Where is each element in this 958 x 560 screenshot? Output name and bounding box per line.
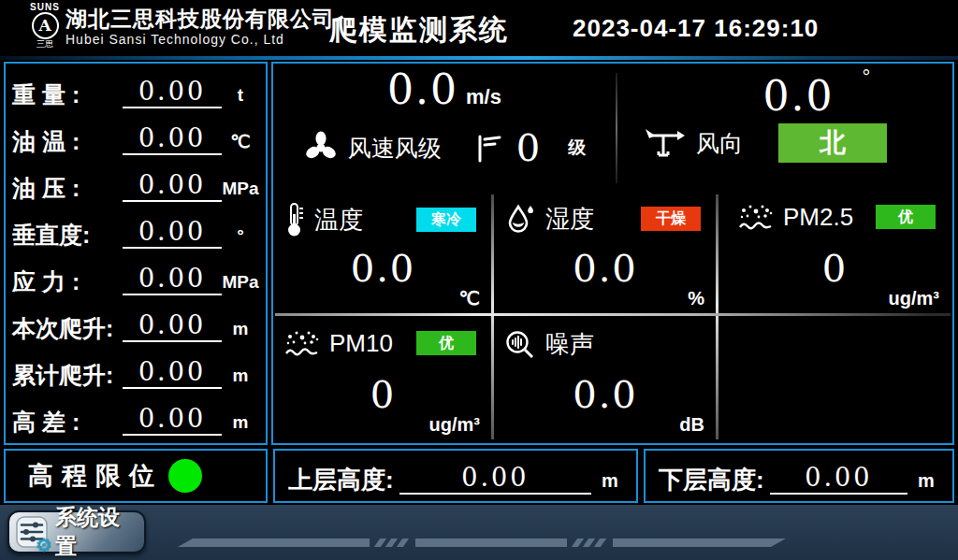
thermometer-icon [284,202,305,237]
row-unit: ° [222,223,259,249]
row-label: 高 差 : [12,408,123,436]
limit-status-indicator [168,459,202,493]
sensor-head: PM10 优 [284,328,484,358]
stress-value: 0.00 [123,264,222,295]
page-title: 爬模监测系统 [329,11,509,50]
elevation-limit-box: 高程限位 [4,449,268,503]
current-climb-value: 0.00 [123,310,222,342]
sensor-label: 温度 [314,204,363,237]
wind-speed-label: 风速风级 [348,133,442,164]
fan-icon [303,130,339,165]
sensor-cell-pm10: PM10 优 0 ug/m³ [273,315,493,441]
row-oil-pressure: 油 压 : 0.00 MPa [12,160,259,207]
environment-panel: 0.0m/s 风速风级 0 级 [271,62,954,445]
verticality-value: 0.00 [123,217,222,249]
company-name-cn: 湖北三思科技股份有限公司 [65,5,335,34]
row-unit: m [222,316,259,342]
sensor-label: PM2.5 [783,203,853,232]
wind-vane-icon [644,127,685,159]
sensor-grid: 温度 寒冷 0.0 ℃ 湿度 干燥 0.0 % [273,189,952,443]
grid-divider-vertical [491,194,494,439]
status-badge: 干燥 [641,207,701,231]
wind-direction-unit: ° [863,65,871,89]
sensor-label: 噪声 [545,328,594,361]
upper-height-field[interactable]: 0.00 [399,463,591,495]
gear-icon: ⚙ [36,536,52,554]
sensor-cell-pm25: PM2.5 优 0 ug/m³ [718,189,952,315]
weight-value: 0.00 [123,77,222,108]
wind-direction-label: 风向 [696,128,743,159]
sliders-icon: ⚙ [16,516,48,548]
wind-speed-value: 0.0 [387,65,458,113]
lower-height-unit: m [913,467,939,495]
status-badge: 寒冷 [416,208,476,232]
noise-value: 0.0 [493,373,718,416]
sensor-unit: dB [679,414,704,436]
wind-speed-readout: 0.0m/s [273,65,616,113]
system-settings-button[interactable]: ⚙ 系统设置 [7,510,146,553]
sensor-unit: ug/m³ [429,414,480,436]
droplet-icon [504,202,536,236]
company-logo: SUNS A 三思 [24,2,65,54]
row-total-climb: 累计爬升: 0.00 m [12,347,259,394]
wind-direction-badge: 北 [778,123,887,163]
row-unit: m [222,409,259,436]
datetime-display: 2023-04-17 16:29:10 [573,14,819,43]
wind-level-flag-icon [475,132,501,164]
elevation-limit-label: 高程限位 [28,459,163,493]
sensor-label: PM10 [329,329,393,358]
wind-level-value: 0 [516,127,540,168]
wind-level-unit: 级 [568,136,586,160]
temperature-value: 0.0 [273,247,493,290]
company-name-en: Hubei Sansi Technology Co., Ltd [65,32,284,47]
logo-circle-icon: A [32,12,59,39]
wind-speed-unit: m/s [466,85,501,108]
pm10-value: 0 [273,373,493,416]
decor-stripe-slash [594,538,606,547]
row-oil-temp: 油 温 : 0.00 ℃ [12,113,259,160]
logo-suns-text: SUNS [24,2,65,12]
row-unit: t [222,82,259,108]
decor-stripe [613,538,786,547]
pm25-value: 0 [718,247,952,290]
sensor-head: 温度 寒冷 [284,202,484,237]
grid-divider-horizontal [275,313,951,316]
logo-sansi-text: 三思 [24,39,65,50]
sensor-unit: ℃ [459,287,480,309]
status-badge: 优 [416,331,476,355]
upper-height-box: 上层高度: 0.00 m [273,449,638,503]
row-label: 重 量 : [12,80,123,108]
taskbar: ⚙ 系统设置 [0,505,958,560]
row-label: 油 温 : [12,127,123,155]
sensor-cell-temperature: 温度 寒冷 0.0 ℃ [273,189,493,315]
row-unit: MPa [222,269,259,295]
row-unit: ℃ [222,129,259,155]
lower-height-field[interactable]: 0.00 [770,463,907,495]
row-unit: m [222,363,259,389]
noise-magnifier-icon [504,329,536,361]
wind-speed-section: 0.0m/s 风速风级 0 级 [273,64,616,189]
grid-divider-vertical [716,194,718,439]
wind-direction-row: 风向 北 [617,123,951,163]
oil-temp-value: 0.00 [123,123,222,155]
row-verticality: 垂直度: 0.00 ° [12,207,259,253]
wind-direction-readout: 0.0° [617,65,951,120]
total-climb-value: 0.00 [123,357,222,389]
sensor-unit: ug/m³ [889,288,939,309]
decor-stripe [415,538,567,547]
wind-direction-value: 0.0 [763,72,835,120]
particles-icon [284,328,320,358]
lower-height-box: 下层高度: 0.00 m [644,449,954,503]
particles-icon [738,202,774,232]
sensor-cell-noise: 噪声 0.0 dB [493,315,718,441]
logo-mark: A [38,18,51,34]
sensor-head: PM2.5 优 [738,202,943,232]
decor-stripe [178,538,370,547]
sensor-cell-empty [718,315,952,441]
row-weight: 重 量 : 0.00 t [12,66,259,113]
row-current-climb: 本次爬升: 0.00 m [12,300,259,347]
wind-level-row: 风速风级 0 级 [273,127,616,168]
header-divider [0,56,958,60]
sensor-head: 噪声 [504,328,708,361]
row-label: 本次爬升: [12,314,123,342]
